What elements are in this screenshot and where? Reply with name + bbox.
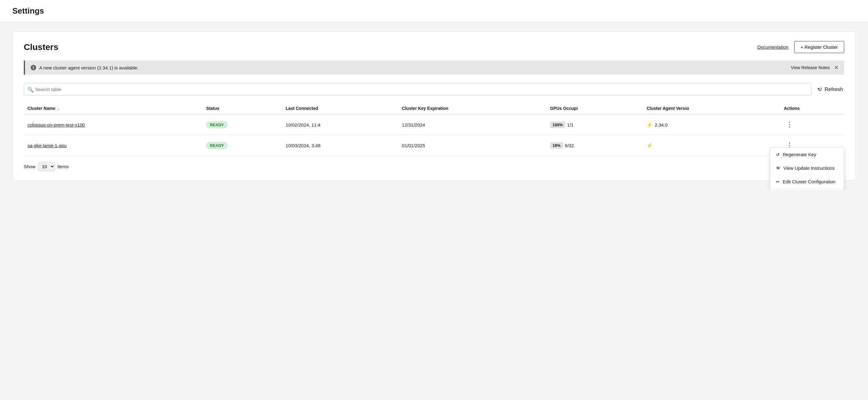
- table-row: sa-gke-large-1-gpu READY 10/03/2024, 3:4…: [24, 135, 844, 156]
- register-cluster-button[interactable]: + Register Cluster: [794, 41, 844, 53]
- col-header-last-connected: Last Connected: [282, 103, 398, 114]
- clusters-table: Cluster Name ↓ Status Last Connected Clu…: [24, 103, 844, 156]
- status-cell-2: READY: [202, 135, 282, 156]
- status-cell-1: READY: [202, 114, 282, 135]
- last-connected-cell-2: 10/03/2024, 3:49: [282, 135, 398, 156]
- view-update-label: View Update Instructions: [783, 165, 835, 171]
- view-release-notes-link[interactable]: View Release Notes: [791, 65, 830, 70]
- agent-version-cell-2: ⚡: [643, 135, 780, 156]
- gpu-count-1: 1/1: [567, 122, 574, 128]
- refresh-icon: ↻: [816, 86, 824, 93]
- regenerate-key-icon: ↺: [776, 152, 780, 157]
- close-alert-icon[interactable]: ✕: [834, 65, 839, 70]
- card-actions: Documentation + Register Cluster: [757, 41, 844, 53]
- actions-menu-button-1[interactable]: ⋮: [784, 120, 796, 130]
- actions-cell-2: ⋮ ↺ Regenerate Key 👁 View Upd: [780, 135, 844, 156]
- col-header-actions: Actions: [780, 103, 844, 114]
- edit-config-label: Edit Cluster Configuration: [783, 179, 836, 184]
- page-title: Settings: [12, 6, 44, 15]
- toolbar: 🔍 ↻ Refresh: [24, 84, 844, 95]
- show-label: Show: [24, 164, 35, 169]
- col-header-key-expiration: Cluster Key Expiration: [398, 103, 547, 114]
- col-header-agent-version: Cluster Agent Versio: [643, 103, 780, 114]
- edit-cluster-config-item[interactable]: ✏ Edit Cluster Configuration: [770, 175, 844, 188]
- clusters-title: Clusters: [24, 42, 58, 52]
- eye-icon: 👁: [776, 166, 780, 171]
- page-header: Settings: [0, 0, 868, 22]
- view-update-instructions-item[interactable]: 👁 View Update Instructions: [770, 161, 844, 175]
- refresh-button[interactable]: ↻ Refresh: [816, 84, 844, 95]
- col-header-name[interactable]: Cluster Name ↓: [24, 103, 202, 114]
- delete-cluster-item[interactable]: 🗑 Delete Cluster: [770, 189, 844, 190]
- key-expiration-cell-2: 01/01/2025: [398, 135, 547, 156]
- agent-version-text-1: 2.34.0: [655, 122, 668, 128]
- info-icon: i: [31, 65, 36, 70]
- col-header-gpus: GPUs Occupi: [547, 103, 643, 114]
- table-footer: Show 10 25 50 Items ‹ 1 ›: [24, 156, 844, 171]
- refresh-label: Refresh: [825, 87, 843, 93]
- alert-banner: i A new cluster agent version (2.34.1) i…: [24, 61, 844, 75]
- items-per-page-select[interactable]: 10 25 50: [38, 162, 55, 171]
- table-row: colossus-on-prem-test-v100 READY 10/02/2…: [24, 114, 844, 135]
- status-badge-2: READY: [206, 142, 228, 149]
- edit-icon: ✏: [776, 179, 780, 184]
- regenerate-key-item[interactable]: ↺ Regenerate Key: [770, 148, 844, 161]
- col-header-status: Status: [202, 103, 282, 114]
- actions-cell-1: ⋮: [780, 114, 844, 135]
- key-expiration-cell-1: 12/31/2024: [398, 114, 547, 135]
- gpu-warning-icon-2: ⚡: [647, 143, 653, 148]
- agent-version-cell-1: ⚡ 2.34.0: [643, 114, 780, 135]
- search-icon: 🔍: [28, 87, 34, 92]
- cluster-name-cell: colossus-on-prem-test-v100: [24, 114, 202, 135]
- cluster-name-cell: sa-gke-large-1-gpu: [24, 135, 202, 156]
- card-header: Clusters Documentation + Register Cluste…: [24, 41, 844, 53]
- cluster-link-2[interactable]: sa-gke-large-1-gpu: [28, 143, 67, 148]
- clusters-table-wrap: Cluster Name ↓ Status Last Connected Clu…: [24, 103, 844, 156]
- alert-message: A new cluster agent version (2.34.1) is …: [39, 65, 139, 70]
- gpu-cell-1: 100% 1/1: [547, 114, 643, 135]
- regenerate-key-label: Regenerate Key: [783, 152, 816, 157]
- gpu-pct-1: 100%: [550, 122, 565, 128]
- show-items-control: Show 10 25 50 Items: [24, 162, 69, 171]
- gpu-warning-icon-1: ⚡: [647, 122, 653, 128]
- search-wrap: 🔍: [24, 84, 811, 95]
- items-label: Items: [58, 164, 69, 169]
- table-header-row: Cluster Name ↓ Status Last Connected Clu…: [24, 103, 844, 114]
- actions-dropdown: ↺ Regenerate Key 👁 View Update Instructi…: [770, 147, 844, 190]
- status-badge-1: READY: [206, 121, 228, 128]
- clusters-card: Clusters Documentation + Register Cluste…: [12, 32, 856, 180]
- gpu-count-2: 6/32: [565, 143, 574, 148]
- search-input[interactable]: [24, 84, 811, 95]
- gpu-pct-2: 19%: [550, 142, 563, 149]
- cluster-link-1[interactable]: colossus-on-prem-test-v100: [28, 122, 85, 128]
- last-connected-cell-1: 10/02/2024, 11:4: [282, 114, 398, 135]
- gpu-cell-2: 19% 6/32: [547, 135, 643, 156]
- sort-icon: ↓: [58, 107, 60, 110]
- documentation-link[interactable]: Documentation: [757, 44, 788, 50]
